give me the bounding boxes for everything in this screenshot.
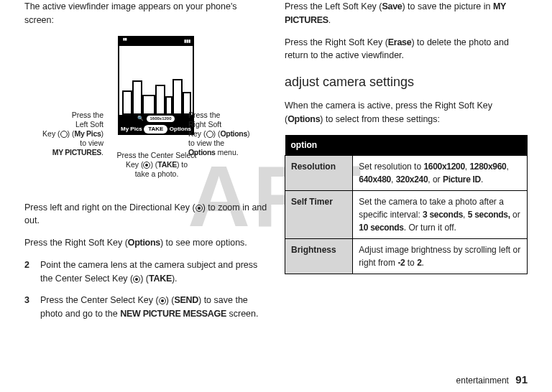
- center-key-icon: [159, 297, 166, 304]
- step-number: 3: [24, 294, 33, 321]
- center-key-icon: [133, 276, 140, 283]
- page-content: The active viewfinder image appears on y…: [0, 0, 552, 335]
- table-row: Self Timer Set the camera to take a phot…: [285, 190, 528, 238]
- zoom-instruction: Press left and right on the Directional …: [24, 201, 267, 228]
- page-number: 91: [515, 373, 528, 386]
- options-instruction: Press the Right Soft Key (Options) to se…: [24, 236, 267, 250]
- table-row: Brightness Adjust image brightness by sc…: [285, 238, 528, 274]
- save-instruction: Press the Left Soft Key (Save) to save t…: [285, 0, 528, 27]
- step-text: Press the Center Select Key () (SEND) to…: [40, 294, 267, 321]
- phone-screen: ▝▘ ▮▮▮ 🔍 1600x1200 My Pics TAKE Optio: [118, 36, 194, 135]
- softkey-left: My Pics: [121, 125, 142, 134]
- options-table-header: option: [285, 135, 528, 156]
- viewfinder-intro: The active viewfinder image appears on y…: [24, 0, 267, 27]
- option-desc: Set resolution to 1600x1200, 1280x960, 6…: [353, 155, 528, 190]
- battery-icon: ▮▮▮: [184, 38, 190, 45]
- softkey-row: My Pics TAKE Options: [119, 123, 193, 135]
- resolution-row: 🔍 1600x1200: [119, 115, 193, 123]
- option-desc: Adjust image brightness by scrolling lef…: [353, 238, 528, 274]
- section-name: entertainment: [456, 375, 509, 386]
- settings-intro: When the camera is active, press the Rig…: [285, 99, 528, 126]
- option-label: Brightness: [285, 238, 353, 274]
- option-desc: Set the camera to take a photo after a s…: [353, 190, 528, 238]
- zoom-icon: 🔍: [137, 115, 144, 123]
- section-heading: adjust camera settings: [285, 73, 528, 92]
- option-label: Self Timer: [285, 190, 353, 238]
- option-label: Resolution: [285, 155, 353, 190]
- step-text: Point the camera lens at the camera subj…: [40, 258, 267, 286]
- status-bar: ▝▘ ▮▮▮: [119, 37, 193, 46]
- erase-instruction: Press the Right Soft Key (Erase) to dele…: [285, 36, 528, 63]
- viewfinder-area: [119, 46, 193, 115]
- center-key-icon: [143, 162, 150, 169]
- page-footer: entertainment 91: [456, 372, 528, 388]
- step-number: 2: [24, 258, 33, 286]
- ring-icon: [206, 131, 213, 138]
- resolution-pill: 1600x1200: [147, 116, 174, 122]
- left-column: The active viewfinder image appears on y…: [24, 0, 267, 330]
- skyline-illustration: [119, 76, 193, 115]
- options-table: option Resolution Set resolution to 1600…: [285, 135, 528, 274]
- ring-icon: [60, 131, 68, 138]
- step-2: 2 Point the camera lens at the camera su…: [24, 258, 267, 286]
- table-row: Resolution Set resolution to 1600x1200, …: [285, 155, 528, 190]
- callout-left-softkey: Press the Left Soft Key () (My Pics) to …: [24, 111, 104, 158]
- viewfinder-figure: ▝▘ ▮▮▮ 🔍 1600x1200 My Pics TAKE Optio: [24, 36, 267, 194]
- directional-key-icon: [196, 205, 203, 212]
- signal-icon: ▝▘: [121, 38, 129, 45]
- right-column: Press the Left Soft Key (Save) to save t…: [285, 0, 528, 330]
- step-3: 3 Press the Center Select Key () (SEND) …: [24, 294, 267, 321]
- softkey-center: TAKE: [144, 125, 167, 134]
- callout-center-key: Press the Center Select Key () (TAKE) to…: [93, 151, 220, 179]
